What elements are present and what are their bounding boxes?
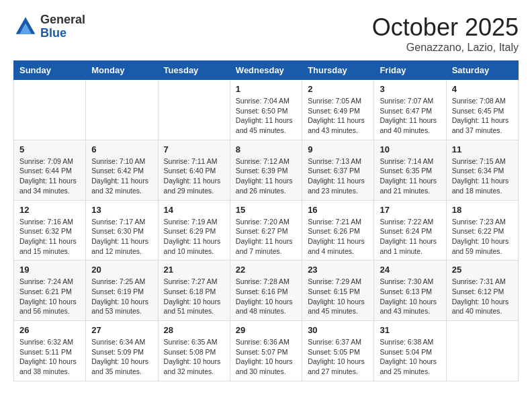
day-number: 29	[236, 325, 296, 335]
calendar-cell: 13Sunrise: 7:17 AM Sunset: 6:30 PM Dayli…	[86, 200, 158, 261]
day-info: Sunrise: 6:36 AM Sunset: 5:07 PM Dayligh…	[236, 337, 296, 377]
day-info: Sunrise: 7:31 AM Sunset: 6:12 PM Dayligh…	[452, 277, 513, 316]
calendar-cell: 3Sunrise: 7:07 AM Sunset: 6:47 PM Daylig…	[374, 80, 446, 140]
day-info: Sunrise: 6:32 AM Sunset: 5:11 PM Dayligh…	[19, 337, 80, 377]
calendar-cell: 26Sunrise: 6:32 AM Sunset: 5:11 PM Dayli…	[14, 321, 86, 381]
day-number: 18	[452, 205, 513, 215]
calendar-cell: 10Sunrise: 7:14 AM Sunset: 6:35 PM Dayli…	[374, 140, 446, 200]
day-info: Sunrise: 7:11 AM Sunset: 6:40 PM Dayligh…	[164, 156, 224, 196]
day-number: 31	[380, 325, 440, 335]
calendar-week-5: 26Sunrise: 6:32 AM Sunset: 5:11 PM Dayli…	[14, 321, 519, 381]
day-number: 11	[452, 144, 513, 154]
calendar-cell: 29Sunrise: 6:36 AM Sunset: 5:07 PM Dayli…	[230, 321, 302, 381]
calendar-cell	[446, 321, 518, 381]
day-info: Sunrise: 7:12 AM Sunset: 6:39 PM Dayligh…	[236, 156, 296, 196]
calendar-cell: 6Sunrise: 7:10 AM Sunset: 6:42 PM Daylig…	[86, 140, 158, 200]
calendar-cell: 16Sunrise: 7:21 AM Sunset: 6:26 PM Dayli…	[302, 200, 374, 261]
logo: General Blue	[13, 13, 85, 40]
calendar-cell: 18Sunrise: 7:23 AM Sunset: 6:22 PM Dayli…	[446, 200, 518, 261]
calendar-cell: 2Sunrise: 7:05 AM Sunset: 6:49 PM Daylig…	[302, 80, 374, 140]
day-number: 7	[164, 144, 224, 154]
day-number: 9	[308, 144, 368, 154]
calendar: SundayMondayTuesdayWednesdayThursdayFrid…	[13, 60, 519, 381]
logo-blue: Blue	[40, 26, 66, 40]
calendar-cell: 4Sunrise: 7:08 AM Sunset: 6:45 PM Daylig…	[446, 80, 518, 140]
calendar-cell: 31Sunrise: 6:38 AM Sunset: 5:04 PM Dayli…	[374, 321, 446, 381]
day-info: Sunrise: 7:19 AM Sunset: 6:29 PM Dayligh…	[164, 217, 224, 257]
day-info: Sunrise: 7:27 AM Sunset: 6:18 PM Dayligh…	[164, 277, 224, 316]
calendar-cell: 17Sunrise: 7:22 AM Sunset: 6:24 PM Dayli…	[374, 200, 446, 261]
calendar-week-4: 19Sunrise: 7:24 AM Sunset: 6:21 PM Dayli…	[14, 261, 519, 321]
day-info: Sunrise: 6:34 AM Sunset: 5:09 PM Dayligh…	[91, 337, 152, 377]
calendar-cell: 9Sunrise: 7:13 AM Sunset: 6:37 PM Daylig…	[302, 140, 374, 200]
column-header-thursday: Thursday	[302, 61, 374, 80]
day-number: 6	[91, 144, 152, 154]
day-number: 16	[308, 205, 368, 215]
day-info: Sunrise: 7:07 AM Sunset: 6:47 PM Dayligh…	[380, 96, 440, 136]
day-number: 15	[236, 205, 296, 215]
day-info: Sunrise: 7:15 AM Sunset: 6:34 PM Dayligh…	[452, 156, 513, 196]
calendar-week-2: 5Sunrise: 7:09 AM Sunset: 6:44 PM Daylig…	[14, 140, 519, 200]
day-number: 5	[19, 144, 80, 154]
day-info: Sunrise: 7:14 AM Sunset: 6:35 PM Dayligh…	[380, 156, 440, 196]
calendar-cell: 20Sunrise: 7:25 AM Sunset: 6:19 PM Dayli…	[86, 261, 158, 321]
calendar-cell: 7Sunrise: 7:11 AM Sunset: 6:40 PM Daylig…	[158, 140, 230, 200]
day-info: Sunrise: 7:10 AM Sunset: 6:42 PM Dayligh…	[91, 156, 152, 196]
logo-general: General	[40, 13, 85, 26]
day-info: Sunrise: 6:35 AM Sunset: 5:08 PM Dayligh…	[164, 337, 224, 377]
day-number: 23	[308, 265, 368, 275]
calendar-cell: 15Sunrise: 7:20 AM Sunset: 6:27 PM Dayli…	[230, 200, 302, 261]
calendar-cell: 11Sunrise: 7:15 AM Sunset: 6:34 PM Dayli…	[446, 140, 518, 200]
day-info: Sunrise: 7:30 AM Sunset: 6:13 PM Dayligh…	[380, 277, 440, 316]
calendar-cell: 25Sunrise: 7:31 AM Sunset: 6:12 PM Dayli…	[446, 261, 518, 321]
day-number: 13	[91, 205, 152, 215]
month-title: October 2025	[372, 13, 519, 42]
calendar-week-3: 12Sunrise: 7:16 AM Sunset: 6:32 PM Dayli…	[14, 200, 519, 261]
calendar-cell	[14, 80, 86, 140]
calendar-cell: 30Sunrise: 6:37 AM Sunset: 5:05 PM Dayli…	[302, 321, 374, 381]
day-number: 10	[380, 144, 440, 154]
column-header-monday: Monday	[86, 61, 158, 80]
title-block: October 2025 Genazzano, Lazio, Italy	[372, 13, 519, 54]
day-number: 28	[164, 325, 224, 335]
day-info: Sunrise: 7:21 AM Sunset: 6:26 PM Dayligh…	[308, 217, 368, 257]
day-info: Sunrise: 7:09 AM Sunset: 6:44 PM Dayligh…	[19, 156, 80, 196]
logo-icon	[13, 15, 38, 39]
day-number: 4	[452, 84, 513, 94]
day-number: 12	[19, 205, 80, 215]
day-info: Sunrise: 7:04 AM Sunset: 6:50 PM Dayligh…	[236, 96, 296, 136]
day-number: 14	[164, 205, 224, 215]
day-info: Sunrise: 7:22 AM Sunset: 6:24 PM Dayligh…	[380, 217, 440, 257]
day-info: Sunrise: 7:20 AM Sunset: 6:27 PM Dayligh…	[236, 217, 296, 257]
day-number: 20	[91, 265, 152, 275]
logo-text: General Blue	[40, 13, 85, 40]
calendar-cell: 23Sunrise: 7:29 AM Sunset: 6:15 PM Dayli…	[302, 261, 374, 321]
day-number: 21	[164, 265, 224, 275]
column-header-saturday: Saturday	[446, 61, 518, 80]
calendar-cell: 27Sunrise: 6:34 AM Sunset: 5:09 PM Dayli…	[86, 321, 158, 381]
day-info: Sunrise: 7:13 AM Sunset: 6:37 PM Dayligh…	[308, 156, 368, 196]
day-info: Sunrise: 7:17 AM Sunset: 6:30 PM Dayligh…	[91, 217, 152, 257]
calendar-cell: 8Sunrise: 7:12 AM Sunset: 6:39 PM Daylig…	[230, 140, 302, 200]
day-number: 26	[19, 325, 80, 335]
location: Genazzano, Lazio, Italy	[372, 42, 519, 54]
calendar-cell: 22Sunrise: 7:28 AM Sunset: 6:16 PM Dayli…	[230, 261, 302, 321]
calendar-cell	[158, 80, 230, 140]
day-number: 8	[236, 144, 296, 154]
column-header-friday: Friday	[374, 61, 446, 80]
calendar-cell: 5Sunrise: 7:09 AM Sunset: 6:44 PM Daylig…	[14, 140, 86, 200]
calendar-cell: 1Sunrise: 7:04 AM Sunset: 6:50 PM Daylig…	[230, 80, 302, 140]
day-number: 17	[380, 205, 440, 215]
calendar-cell: 21Sunrise: 7:27 AM Sunset: 6:18 PM Dayli…	[158, 261, 230, 321]
page-header: General Blue October 2025 Genazzano, Laz…	[13, 13, 519, 54]
calendar-cell	[86, 80, 158, 140]
day-number: 30	[308, 325, 368, 335]
day-number: 19	[19, 265, 80, 275]
day-number: 3	[380, 84, 440, 94]
day-info: Sunrise: 6:38 AM Sunset: 5:04 PM Dayligh…	[380, 337, 440, 377]
day-info: Sunrise: 7:16 AM Sunset: 6:32 PM Dayligh…	[19, 217, 80, 257]
calendar-week-1: 1Sunrise: 7:04 AM Sunset: 6:50 PM Daylig…	[14, 80, 519, 140]
calendar-header-row: SundayMondayTuesdayWednesdayThursdayFrid…	[14, 61, 519, 80]
calendar-cell: 14Sunrise: 7:19 AM Sunset: 6:29 PM Dayli…	[158, 200, 230, 261]
day-info: Sunrise: 7:05 AM Sunset: 6:49 PM Dayligh…	[308, 96, 368, 136]
